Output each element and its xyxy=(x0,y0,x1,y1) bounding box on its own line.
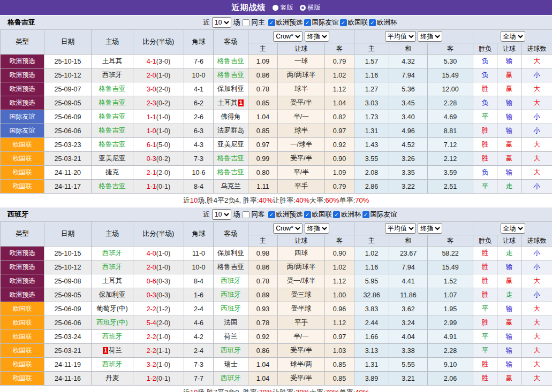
cell-result: 胜 xyxy=(473,124,497,138)
col-header-home: 主场 xyxy=(92,30,133,55)
cell-avg-home-odds: 2.86 xyxy=(354,180,389,194)
competition-filter[interactable]: ✓欧洲预选 xyxy=(268,210,303,219)
fulltime-score: 6-1 xyxy=(147,141,156,149)
checkbox-checked-icon[interactable]: ✓ xyxy=(369,19,376,26)
halftime-score: (1-0) xyxy=(156,72,170,79)
fulltime-scope-select[interactable]: 全场 xyxy=(501,223,525,234)
same-venue-checkbox[interactable] xyxy=(243,211,249,218)
cell-result: 平 xyxy=(473,110,497,124)
competition-filter[interactable]: ✓欧洲杯 xyxy=(333,210,361,219)
cell-avg-draw-odds: 7.94 xyxy=(389,260,428,274)
fulltime-scope-select[interactable]: 全场 xyxy=(501,31,525,42)
cell-handicap-odds-away: 1.04 xyxy=(325,96,354,110)
checkbox-checked-icon[interactable]: ✓ xyxy=(304,211,311,218)
radio-horizontal-layout[interactable]: 横版 xyxy=(300,3,321,12)
cell-handicap-odds-home: 0.93 xyxy=(248,302,278,316)
match-row: 欧洲预选25-10-15西班牙4-0(1-0)11-0保加利亚0.98四球0.9… xyxy=(1,247,552,260)
match-count-select[interactable]: 10 xyxy=(212,17,231,28)
cell-away-team: 佛得角 xyxy=(214,110,248,124)
competition-filter[interactable]: ✓国际友谊 xyxy=(362,210,397,219)
cell-corners: 7-3 xyxy=(184,358,214,372)
cell-avg-draw-odds: 7.94 xyxy=(389,68,428,82)
competition-filter[interactable]: ✓国际友谊 xyxy=(304,18,339,27)
competition-filter[interactable]: ✓欧国联 xyxy=(340,18,368,27)
cell-date: 25-10-15 xyxy=(44,247,92,260)
away-team-name: 保加利亚 xyxy=(217,85,244,93)
average-select[interactable]: 平均值 xyxy=(385,31,416,42)
radio-vertical-layout[interactable]: 竖版 xyxy=(273,3,293,12)
cell-date: 25-03-21 xyxy=(44,152,92,166)
cell-avg-away-odds: 2.51 xyxy=(428,180,473,194)
cell-score: 1-1(0-1) xyxy=(133,180,184,194)
cell-goals-result: 大 xyxy=(521,302,552,316)
competition-label: 欧国联 xyxy=(348,18,368,27)
fulltime-score: 1-1 xyxy=(147,183,156,190)
cell-away-team: 格鲁吉亚 xyxy=(214,68,248,82)
competition-label: 欧洲杯 xyxy=(341,210,361,219)
final-index-select[interactable]: 终指 xyxy=(305,223,329,234)
fulltime-score: 1-0 xyxy=(147,127,156,135)
checkbox-checked-icon[interactable]: ✓ xyxy=(340,19,347,26)
final-index-select[interactable]: 终指 xyxy=(305,31,329,42)
summary-text: 40% xyxy=(259,196,273,204)
fulltime-score: 4-0 xyxy=(147,250,156,257)
rank-badge: 1 xyxy=(238,99,244,106)
bookmaker-select[interactable]: Crow* xyxy=(273,223,303,234)
checkbox-checked-icon[interactable]: ✓ xyxy=(268,211,275,218)
checkbox-checked-icon[interactable]: ✓ xyxy=(268,19,275,26)
competition-label: 欧洲预选 xyxy=(276,210,303,219)
cell-home-team: 土耳其 xyxy=(92,274,133,288)
col-header-avg-draw: 和 xyxy=(389,235,428,247)
cell-handicap-result: 输 xyxy=(497,55,521,68)
cell-handicap-result: 赢 xyxy=(497,82,521,96)
cell-date: 25-10-12 xyxy=(44,68,92,82)
cell-avg-home-odds: 1.66 xyxy=(354,330,389,344)
cell-avg-draw-odds: 3.22 xyxy=(389,180,428,194)
fulltime-score: 1-1 xyxy=(147,113,156,121)
cell-score: 2-0(1-0) xyxy=(133,260,184,274)
match-row: 欧洲预选25-09-05保加利亚0-3(0-3)1-6西班牙0.89受三球1.0… xyxy=(1,288,552,302)
cell-date: 25-09-07 xyxy=(44,82,92,96)
cell-handicap-odds-home: 0.99 xyxy=(248,152,278,166)
checkbox-checked-icon[interactable]: ✓ xyxy=(333,211,340,218)
cell-competition: 国际友谊 xyxy=(1,110,44,124)
cell-goals-result: 大 xyxy=(521,82,552,96)
bookmaker-select[interactable]: Crow* xyxy=(273,31,303,42)
average-select[interactable]: 平均值 xyxy=(385,223,416,234)
cell-handicap-result: 输 xyxy=(497,96,521,110)
checkbox-checked-icon[interactable]: ✓ xyxy=(304,19,311,26)
fulltime-score: 3-0 xyxy=(147,86,156,93)
match-count-select[interactable]: 10 xyxy=(212,209,231,220)
competition-filter[interactable]: ✓欧洲预选 xyxy=(268,18,303,27)
cell-corners: 10-6 xyxy=(184,166,214,180)
cell-home-team: 西班牙 xyxy=(92,68,133,82)
cell-avg-away-odds: 2.28 xyxy=(428,344,473,358)
col-header-avg-home: 主 xyxy=(354,43,389,55)
cell-avg-away-odds: 1.95 xyxy=(428,302,473,316)
cell-avg-home-odds: 2.44 xyxy=(354,316,389,330)
same-venue-checkbox[interactable] xyxy=(243,19,249,26)
cell-handicap-odds-home: 1.04 xyxy=(248,358,278,372)
cell-score: 3-2(1-0) xyxy=(133,358,184,372)
home-team-name: 西班牙 xyxy=(102,71,123,79)
handicap-dropdowns: Crow* 终指 xyxy=(248,222,354,235)
cell-home-team: 格鲁吉亚 xyxy=(92,110,133,124)
cell-handicap-odds-away: 0.82 xyxy=(325,110,354,124)
final-index-select-2[interactable]: 终指 xyxy=(418,223,442,234)
competition-filter[interactable]: ✓欧洲杯 xyxy=(369,18,397,27)
match-row: 欧国联24-11-19西班牙3-2(1-0)7-3瑞士1.04球半/两0.851… xyxy=(1,358,552,372)
radio-selected-icon[interactable] xyxy=(273,5,278,11)
radio-unselected-icon[interactable] xyxy=(300,5,306,11)
match-row: 欧洲预选25-09-07格鲁吉亚3-0(2-0)4-1保加利亚0.78球半1.1… xyxy=(1,82,552,96)
competition-filter[interactable]: ✓欧国联 xyxy=(304,210,332,219)
cell-home-team: 1荷兰 xyxy=(92,344,133,358)
cell-competition: 欧洲预选 xyxy=(1,247,44,260)
final-index-select-2[interactable]: 终指 xyxy=(418,31,442,42)
halftime-score: (1-0) xyxy=(156,361,170,368)
cell-competition: 国际友谊 xyxy=(1,124,44,138)
col-header-handicap: 让球 xyxy=(278,235,325,247)
halftime-score: (1-2) xyxy=(156,305,170,313)
checkbox-checked-icon[interactable]: ✓ xyxy=(362,211,369,218)
cell-corners: 6-2 xyxy=(184,96,214,110)
cell-goals-result: 小 xyxy=(521,288,552,302)
